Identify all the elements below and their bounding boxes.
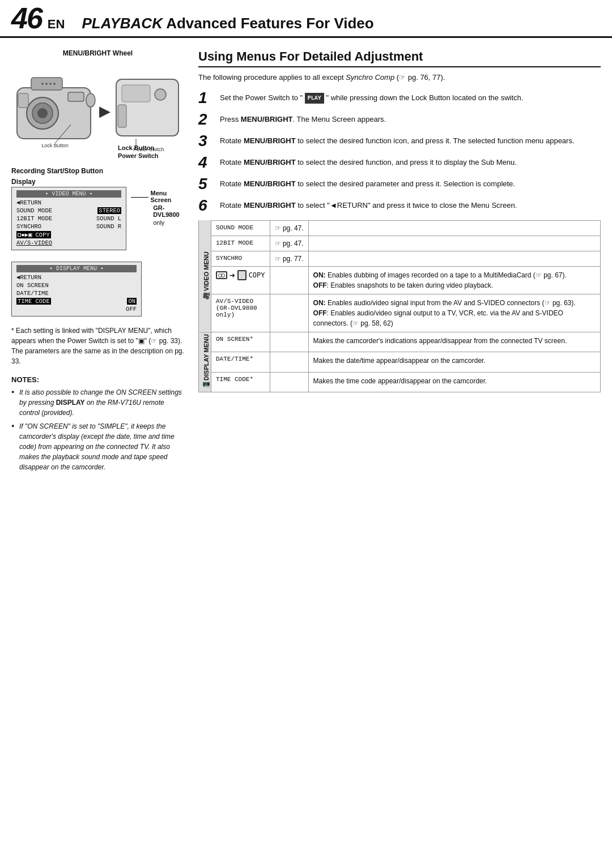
video-menu-section: Display ▪ VIDEO MENU ▪ ◄RETURN SOUND MOD… (11, 178, 184, 253)
date-time-item: DATE/TIME (16, 290, 49, 297)
arrow-right: ➜ (230, 270, 235, 281)
info-table: 🎥 VIDEO MENU SOUND MODE ☞ pg. 47. 12BIT … (198, 220, 601, 393)
on-item: ON (127, 298, 137, 305)
svg-point-7 (86, 93, 95, 107)
copy-off-bold: OFF (313, 281, 327, 289)
camera-diagram: MENU/BRIGHT Wheel Lock Button (11, 49, 184, 159)
off-item: OFF (126, 306, 137, 313)
svg-rect-18 (118, 105, 126, 127)
right-column: Using Menus For Detailed Adjustment The … (193, 44, 612, 481)
main-content: MENU/BRIGHT Wheel Lock Button (0, 38, 612, 481)
step-4-num: 4 (198, 155, 215, 170)
step-1-text: Set the Power Switch to " PLAY " while p… (220, 90, 523, 104)
notes-list: It is also possible to change the ON SCR… (11, 387, 184, 472)
sound-r-item: SOUND R (96, 223, 121, 230)
table-row-copy: ➜ COPY ON: Enables dubbing of images rec… (199, 266, 601, 294)
step-5-text: Rotate MENU/BRIGHT to select the desired… (220, 176, 515, 190)
table-row-sound-mode: 🎥 VIDEO MENU SOUND MODE ☞ pg. 47. (199, 220, 601, 236)
time-code-ref (270, 372, 308, 392)
page-number: 46 (11, 3, 42, 33)
display-menu-row-3: DATE/TIME (16, 289, 137, 297)
table-row-12bit-mode: 12BIT MODE ☞ pg. 47. (199, 236, 601, 251)
display-bold: DISPLAY (56, 399, 85, 407)
table-row-time-code: TIME CODE* Makes the time code appear/di… (199, 372, 601, 392)
synchro-desc (308, 251, 600, 266)
date-time-ref (270, 352, 308, 373)
video-menu-row-4: SYNCHRO SOUND R (16, 223, 121, 230)
on-screen-desc: Makes the camcorder's indications appear… (308, 332, 600, 352)
return-item: ◄RETURN (16, 199, 41, 206)
video-menu-header-row: ▪ VIDEO MENU ▪ (16, 190, 121, 198)
tape-icon (216, 271, 227, 279)
notes-section: NOTES: It is also possible to change the… (11, 374, 184, 472)
gr-only-label: only (153, 219, 184, 226)
svg-rect-6 (18, 93, 28, 108)
power-switch-label: Power Switch (118, 152, 184, 159)
menu-screen-label-row: Menu Screen (131, 190, 184, 203)
sound-mode-desc (308, 220, 600, 236)
step-3: 3 Rotate MENU/BRIGHT to select the desir… (198, 133, 601, 149)
video-menu-row-6: AV/S-VIDEO (16, 239, 121, 247)
12bit-mode-ref: ☞ pg. 47. (270, 236, 308, 251)
display-menu-row-2: ON SCREEN (16, 281, 137, 289)
note-item-1: It is also possible to change the ON SCR… (11, 387, 184, 418)
video-menu-section-label: 🎥 VIDEO MENU (202, 252, 209, 301)
video-menu-section-header: 🎥 VIDEO MENU (199, 220, 211, 332)
step-5: 5 Rotate MENU/BRIGHT to select the desir… (198, 176, 601, 192)
display-label: Display (11, 178, 184, 186)
display-menu-header-bar: ▪ DISPLAY MENU ▪ (16, 265, 137, 272)
step-6: 6 Rotate MENU/BRIGHT to select "◄RETURN"… (198, 198, 601, 213)
svg-point-13 (53, 83, 56, 85)
svg-point-12 (49, 83, 52, 85)
sound-mode-label: SOUND MODE (211, 220, 270, 236)
on-screen-ref (270, 332, 308, 352)
notes-title: NOTES: (11, 374, 184, 386)
steps-list: 1 Set the Power Switch to " PLAY " while… (198, 90, 601, 213)
copy-label: ➜ COPY (211, 266, 270, 294)
av-on-bold: ON: (313, 299, 326, 307)
svg-point-11 (45, 83, 48, 85)
av-s-video-desc: ON: Enables audio/video signal input fro… (308, 294, 600, 332)
av-off-bold: OFF (313, 309, 327, 317)
time-code-label: TIME CODE* (211, 372, 270, 392)
display-menu-header-row: ▪ DISPLAY MENU ▪ (16, 265, 137, 272)
step-2-num: 2 (198, 112, 215, 127)
step-5-num: 5 (198, 176, 215, 192)
play-badge: PLAY (305, 93, 324, 104)
date-time-label: DATE/TIME* (211, 352, 270, 373)
stereo-item: STEREO (97, 207, 121, 214)
av-s-video-ref (270, 294, 308, 332)
video-menu-box: ▪ VIDEO MENU ▪ ◄RETURN SOUND MODE STEREO… (11, 187, 126, 250)
copy-item: ◘●▶▣ COPY (16, 231, 51, 238)
video-menu-wrapper: ▪ VIDEO MENU ▪ ◄RETURN SOUND MODE STEREO… (11, 187, 184, 253)
table-row-av-s-video: AV/S-VIDEO(GR-DVL9800only) ON: Enables a… (199, 294, 601, 332)
copy-desc: ON: Enables dubbing of images recorded o… (308, 266, 600, 294)
on-screen-item: ON SCREEN (16, 282, 49, 289)
step-1: 1 Set the Power Switch to " PLAY " while… (198, 90, 601, 106)
video-menu-row-3: 12BIT MODE SOUND L (16, 215, 121, 223)
copy-on-bold: ON: (313, 271, 326, 279)
intro-text: The following procedure applies to all e… (198, 72, 601, 83)
asterisk-note: * Each setting is linked with "DISPLAY M… (11, 326, 184, 366)
step-2: 2 Press MENU/BRIGHT. The Menu Screen app… (198, 112, 601, 127)
on-screen-label: ON SCREEN* (211, 332, 270, 352)
title-rest: Advanced Features For Video (163, 15, 374, 32)
note-item-2: If "ON SCREEN" is set to "SIMPLE", it ke… (11, 421, 184, 472)
recording-button-label: Recording Start/Stop Button (11, 167, 184, 175)
display-menu-row-4: TIME CODE ON (16, 297, 137, 305)
synchro-item: SYNCHRO (16, 223, 41, 230)
video-menu-header-bar: ▪ VIDEO MENU ▪ (16, 190, 121, 198)
step-2-text: Press MENU/BRIGHT. The Menu Screen appea… (220, 112, 386, 125)
sound-mode-ref: ☞ pg. 47. (270, 220, 308, 236)
mmc-icon (237, 270, 246, 280)
12bit-item: 12BIT MODE (16, 215, 52, 222)
title-playback: PLAYBACK (82, 15, 163, 32)
av-s-video-item: AV/S-VIDEO (16, 240, 52, 246)
step-1-num: 1 (198, 90, 215, 106)
gr-dvl-label: GR-DVL9800 (153, 204, 184, 218)
video-menu-row-5: ◘●▶▣ COPY (16, 230, 121, 239)
svg-rect-5 (68, 92, 84, 101)
step-6-num: 6 (198, 198, 215, 213)
12bit-mode-desc (308, 236, 600, 251)
svg-point-10 (41, 83, 44, 85)
